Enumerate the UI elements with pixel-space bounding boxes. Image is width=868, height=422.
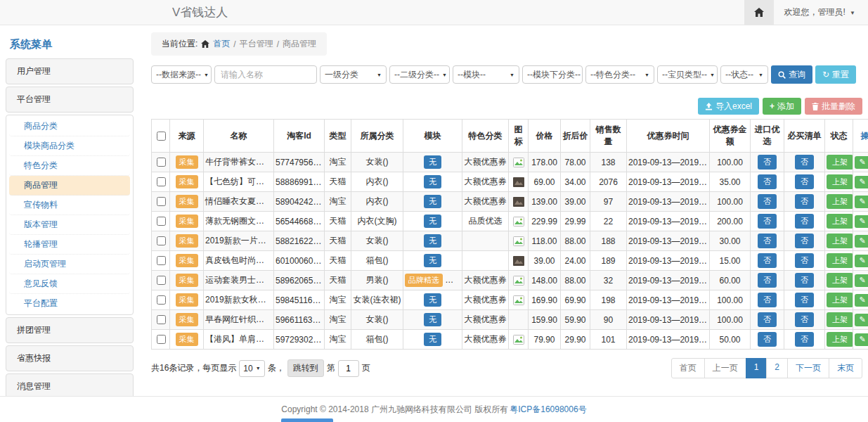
row-checkbox[interactable] bbox=[157, 335, 166, 344]
import-select-toggle[interactable]: 否 bbox=[758, 293, 777, 307]
sales-cell: 90 bbox=[590, 310, 627, 330]
jump-page-input[interactable] bbox=[338, 360, 359, 377]
edit-button[interactable]: ✎ bbox=[855, 176, 868, 188]
sidebar-subitem-意见反馈[interactable]: 意见反馈 bbox=[9, 274, 130, 294]
status-toggle[interactable]: 上架 bbox=[827, 293, 853, 307]
sidebar-item-拼团管理[interactable]: 拼团管理 bbox=[6, 317, 134, 343]
page-button-上一页[interactable]: 上一页 bbox=[704, 358, 746, 378]
sidebar-item-平台管理[interactable]: 平台管理 bbox=[6, 87, 134, 113]
row-checkbox[interactable] bbox=[157, 256, 166, 265]
sidebar-subitem-宣传物料[interactable]: 宣传物料 bbox=[9, 196, 130, 215]
import-select-toggle[interactable]: 否 bbox=[758, 174, 777, 189]
import-select-toggle[interactable]: 否 bbox=[758, 332, 777, 347]
row-checkbox[interactable] bbox=[157, 276, 166, 285]
import-select-toggle[interactable]: 否 bbox=[758, 234, 777, 248]
filter-select-status[interactable]: --状态--▼ bbox=[720, 65, 768, 84]
home-button[interactable] bbox=[744, 0, 774, 25]
user-menu[interactable]: 欢迎您，管理员! ▼ bbox=[774, 6, 868, 18]
import-select-toggle[interactable]: 否 bbox=[758, 312, 777, 327]
status-toggle[interactable]: 上架 bbox=[827, 253, 853, 268]
page-button-下一页[interactable]: 下一页 bbox=[787, 358, 829, 378]
row-checkbox[interactable] bbox=[157, 217, 166, 226]
import-select-toggle[interactable]: 否 bbox=[758, 194, 777, 209]
edit-button[interactable]: ✎ bbox=[855, 215, 868, 228]
sidebar-subitem-平台配置[interactable]: 平台配置 bbox=[9, 294, 130, 313]
must-buy-toggle[interactable]: 否 bbox=[795, 174, 814, 189]
must-buy-toggle[interactable]: 否 bbox=[795, 293, 814, 307]
edit-button[interactable]: ✎ bbox=[855, 156, 868, 169]
import-excel-button[interactable]: 导入excel bbox=[698, 98, 759, 115]
page-button-2[interactable]: 2 bbox=[766, 358, 788, 378]
column-header-折后价: 折后价 bbox=[561, 120, 590, 153]
import-select-toggle[interactable]: 否 bbox=[758, 155, 777, 170]
filter-select-item-type[interactable]: --宝贝类型--▼ bbox=[657, 65, 718, 84]
edit-button[interactable]: ✎ bbox=[855, 294, 868, 307]
filter-select-feature-category[interactable]: --特色分类--▼ bbox=[585, 65, 654, 84]
sidebar-subitem-商品管理[interactable]: 商品管理 bbox=[9, 176, 130, 196]
coupon-amount-cell: 50.00 bbox=[710, 330, 751, 350]
import-select-toggle[interactable]: 否 bbox=[758, 273, 777, 288]
must-buy-toggle[interactable]: 否 bbox=[795, 273, 814, 288]
row-checkbox[interactable] bbox=[157, 315, 166, 324]
filter-name-input[interactable] bbox=[214, 65, 317, 84]
filter-select-level1-category[interactable]: 一级分类▼ bbox=[320, 65, 387, 84]
page-button-首页[interactable]: 首页 bbox=[671, 358, 705, 378]
sidebar-subitem-启动页管理[interactable]: 启动页管理 bbox=[9, 255, 130, 274]
page-size-select[interactable]: 10 ▼ bbox=[239, 360, 264, 377]
status-toggle[interactable]: 上架 bbox=[827, 312, 853, 327]
column-header-价格: 价格 bbox=[529, 120, 561, 153]
import-select-toggle[interactable]: 否 bbox=[758, 214, 777, 229]
status-toggle[interactable]: 上架 bbox=[827, 234, 853, 248]
taoke-id-cell: 589620659791 bbox=[274, 271, 325, 290]
must-buy-toggle[interactable]: 否 bbox=[795, 234, 814, 248]
status-toggle[interactable]: 上架 bbox=[827, 214, 853, 229]
source-badge: 采集 bbox=[176, 175, 198, 188]
must-buy-toggle[interactable]: 否 bbox=[795, 155, 814, 170]
sidebar-item-省惠快报[interactable]: 省惠快报 bbox=[6, 345, 134, 371]
sidebar-subitem-特色分类[interactable]: 特色分类 bbox=[9, 156, 130, 176]
row-checkbox[interactable] bbox=[157, 177, 166, 186]
must-buy-toggle[interactable]: 否 bbox=[795, 332, 814, 347]
edit-button[interactable]: ✎ bbox=[855, 255, 868, 267]
icp-link[interactable]: 粤ICP备16098006号 bbox=[510, 404, 586, 416]
filter-select-module[interactable]: --模块--▼ bbox=[453, 65, 519, 84]
row-checkbox[interactable] bbox=[157, 236, 166, 245]
status-toggle[interactable]: 上架 bbox=[827, 332, 853, 347]
sidebar-subitem-模块商品分类[interactable]: 模块商品分类 bbox=[9, 136, 130, 156]
status-toggle[interactable]: 上架 bbox=[827, 194, 853, 209]
sidebar-subitem-轮播管理[interactable]: 轮播管理 bbox=[9, 235, 130, 255]
import-select-toggle[interactable]: 否 bbox=[758, 253, 777, 268]
filter-select-level2-category[interactable]: --二级分类--▼ bbox=[389, 65, 450, 84]
sidebar-subitem-商品分类[interactable]: 商品分类 bbox=[9, 117, 130, 136]
search-button[interactable]: 查询 bbox=[771, 65, 812, 84]
edit-button[interactable]: ✎ bbox=[855, 314, 868, 326]
filter-select-data-source[interactable]: --数据来源--▼ bbox=[151, 65, 212, 84]
module-cell: 无 bbox=[403, 153, 462, 172]
row-checkbox[interactable] bbox=[157, 197, 166, 206]
sidebar-subitem-版本管理[interactable]: 版本管理 bbox=[9, 215, 130, 235]
filter-select-module-subcategory[interactable]: --模块下分类--▼ bbox=[522, 65, 583, 84]
reset-button[interactable]: ↻重置 bbox=[815, 65, 856, 84]
bulk-delete-button[interactable]: 批量删除 bbox=[805, 98, 862, 115]
row-checkbox[interactable] bbox=[157, 295, 166, 305]
pagination-summary: 共16条记录，每页显示 10 ▼ 条， 跳转到 第 页 bbox=[151, 359, 370, 377]
row-checkbox[interactable] bbox=[157, 158, 166, 167]
jump-button[interactable]: 跳转到 bbox=[287, 359, 324, 377]
status-toggle[interactable]: 上架 bbox=[827, 273, 853, 288]
add-button[interactable]: + 添加 bbox=[763, 98, 801, 115]
sidebar-item-用户管理[interactable]: 用户管理 bbox=[6, 58, 134, 84]
status-toggle[interactable]: 上架 bbox=[827, 155, 853, 170]
edit-button[interactable]: ✎ bbox=[855, 235, 868, 248]
page-button-1[interactable]: 1 bbox=[746, 358, 767, 378]
edit-button[interactable]: ✎ bbox=[855, 333, 868, 346]
page-button-末页[interactable]: 末页 bbox=[829, 358, 862, 378]
must-buy-toggle[interactable]: 否 bbox=[795, 312, 814, 327]
select-all-checkbox[interactable] bbox=[157, 132, 166, 141]
edit-button[interactable]: ✎ bbox=[855, 196, 868, 208]
must-buy-toggle[interactable]: 否 bbox=[795, 194, 814, 209]
status-toggle[interactable]: 上架 bbox=[827, 174, 853, 189]
must-buy-toggle[interactable]: 否 bbox=[795, 253, 814, 268]
must-buy-toggle[interactable]: 否 bbox=[795, 214, 814, 229]
breadcrumb-home-link[interactable]: 首页 bbox=[213, 38, 230, 50]
edit-button[interactable]: ✎ bbox=[855, 274, 868, 287]
